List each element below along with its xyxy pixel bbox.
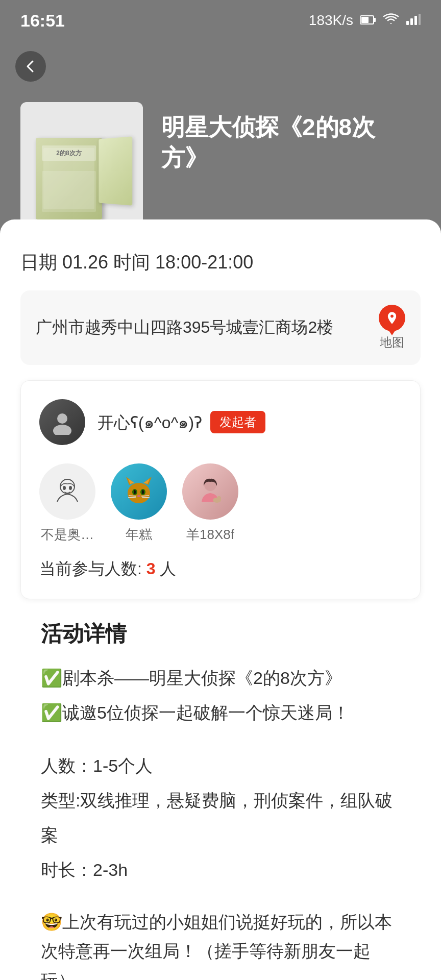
count-unit: 人 bbox=[160, 559, 176, 578]
organizer-info: 开心ʕ(๑^o^๑)ʔ 发起者 bbox=[97, 409, 265, 435]
svg-point-8 bbox=[53, 425, 71, 435]
date-time-row: 日期 01.26 时间 18:00-21:00 bbox=[20, 240, 421, 290]
member-avatar-1 bbox=[39, 463, 95, 520]
svg-line-25 bbox=[142, 497, 150, 498]
map-button[interactable]: 地图 bbox=[379, 305, 405, 351]
svg-point-11 bbox=[69, 486, 72, 490]
meta-duration: 时长：2-3h bbox=[41, 852, 400, 887]
extra-note: 🤓上次有玩过的小姐姐们说挺好玩的，所以本次特意再一次组局！（搓手等待新朋友一起玩… bbox=[41, 908, 400, 980]
member-name-1: 不是奥… bbox=[41, 526, 94, 544]
hero-section: 2的8次方 明星大侦探《2的8次方》 bbox=[0, 92, 441, 235]
back-button[interactable] bbox=[15, 51, 46, 82]
member-avatar-2 bbox=[111, 463, 167, 520]
svg-point-19 bbox=[134, 490, 136, 494]
svg-rect-6 bbox=[419, 14, 421, 25]
location-card: 广州市越秀中山四路395号城壹汇商场2楼 地图 bbox=[20, 290, 421, 365]
battery-icon bbox=[360, 12, 376, 29]
count-label: 当前参与人数: bbox=[39, 559, 142, 578]
event-title: 明星大侦探《2的8次方》 bbox=[161, 112, 421, 174]
member-avatar-3 bbox=[182, 463, 238, 520]
activity-details-section: 活动详情 ✅剧本杀——明星大侦探《2的8次方》 ✅诚邀5位侦探一起破解一个惊天迷… bbox=[20, 620, 421, 980]
map-icon bbox=[379, 305, 405, 331]
map-label: 地图 bbox=[380, 334, 404, 351]
svg-point-9 bbox=[60, 479, 75, 494]
member-item: 年糕 bbox=[111, 463, 167, 544]
member-item: 不是奥… bbox=[39, 463, 95, 544]
meta-type: 类型:双线推理，悬疑费脑，刑侦案件，组队破案 bbox=[41, 783, 400, 852]
status-time: 16:51 bbox=[20, 11, 65, 31]
member-item: 羊18X8f bbox=[182, 463, 238, 544]
section-title: 活动详情 bbox=[41, 620, 400, 648]
activity-meta: 人数：1-5个人 类型:双线推理，悬疑费脑，刑侦案件，组队破案 时长：2-3h bbox=[41, 748, 400, 887]
svg-point-7 bbox=[57, 413, 67, 424]
participant-count: 3 bbox=[146, 559, 156, 578]
status-bar: 16:51 183K/s bbox=[0, 0, 441, 41]
activity-description: ✅剧本杀——明星大侦探《2的8次方》 ✅诚邀5位侦探一起破解一个惊天迷局！ bbox=[41, 664, 400, 728]
participants-card: 开心ʕ(๑^o^๑)ʔ 发起者 不是奥… bbox=[20, 380, 421, 599]
svg-line-24 bbox=[141, 496, 149, 496]
participant-count-row: 当前参与人数: 3 人 bbox=[39, 558, 402, 580]
organizer-avatar bbox=[39, 399, 85, 445]
svg-point-10 bbox=[63, 486, 66, 490]
network-speed: 183K/s bbox=[309, 12, 353, 29]
activity-line-2: ✅诚邀5位侦探一起破解一个惊天迷局！ bbox=[41, 698, 400, 728]
svg-rect-4 bbox=[410, 18, 413, 25]
svg-rect-3 bbox=[406, 21, 409, 25]
organizer-name: 开心ʕ(๑^o^๑)ʔ bbox=[97, 409, 202, 435]
svg-rect-1 bbox=[374, 18, 376, 22]
member-name-3: 羊18X8f bbox=[186, 526, 234, 544]
signal-icon bbox=[406, 12, 421, 29]
svg-line-22 bbox=[129, 496, 136, 496]
initiator-badge: 发起者 bbox=[210, 411, 265, 433]
status-icons: 183K/s bbox=[309, 12, 421, 29]
meta-people: 人数：1-5个人 bbox=[41, 748, 400, 783]
product-image: 2的8次方 bbox=[20, 102, 143, 235]
back-bar bbox=[0, 41, 441, 92]
svg-point-21 bbox=[137, 495, 140, 497]
svg-point-12 bbox=[128, 483, 150, 503]
member-name-2: 年糕 bbox=[126, 526, 152, 544]
svg-point-28 bbox=[217, 496, 221, 500]
main-card: 日期 01.26 时间 18:00-21:00 广州市越秀中山四路395号城壹汇… bbox=[0, 219, 441, 980]
svg-line-23 bbox=[128, 497, 136, 498]
svg-rect-5 bbox=[414, 16, 417, 25]
activity-line-1: ✅剧本杀——明星大侦探《2的8次方》 bbox=[41, 664, 400, 693]
members-row: 不是奥… bbox=[39, 463, 402, 544]
wifi-icon bbox=[383, 12, 399, 29]
hero-info: 明星大侦探《2的8次方》 bbox=[161, 102, 421, 184]
location-address: 广州市越秀中山四路395号城壹汇商场2楼 bbox=[36, 316, 379, 339]
organizer-row: 开心ʕ(๑^o^๑)ʔ 发起者 bbox=[39, 399, 402, 445]
svg-point-20 bbox=[142, 490, 144, 494]
svg-rect-2 bbox=[361, 17, 369, 23]
